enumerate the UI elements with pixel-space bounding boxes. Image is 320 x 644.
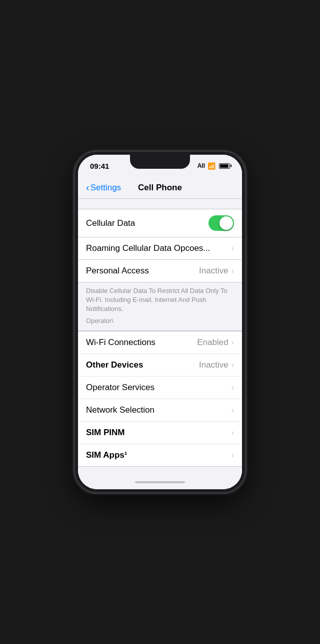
personal-access-row[interactable]: Personal Access Inactive › (78, 260, 242, 282)
wifi-icon: 📶 (208, 162, 216, 170)
other-devices-chevron: › (232, 361, 234, 370)
roaming-group: Roaming Cellular Data Opcoes... › (78, 237, 242, 260)
description-text: Disable Cellular Data To Restrict All Da… (86, 286, 234, 314)
wifi-connections-status: Enabled (197, 338, 228, 348)
network-selection-label: Network Selection (86, 405, 154, 415)
battery-icon (219, 163, 230, 169)
network-selection-chevron: › (232, 406, 234, 415)
toggle-knob (220, 216, 233, 230)
cellular-data-toggle[interactable] (208, 215, 234, 231)
operator-services-chevron: › (232, 383, 234, 392)
status-time: 09:41 (90, 162, 109, 170)
back-arrow-icon: ‹ (86, 182, 90, 193)
wifi-connections-row[interactable]: Wi-Fi Connections Enabled › (78, 332, 242, 354)
sim-apps-row[interactable]: SIM Apps¹ › (78, 444, 242, 466)
phone-screen: 09:41 All 📶 ‹ Settings Cell Phone (78, 155, 242, 489)
back-label: Settings (90, 183, 121, 193)
operator-services-right: › (232, 383, 234, 392)
sim-pin-row[interactable]: SIM PINM › (78, 422, 242, 444)
status-icons: All 📶 (198, 162, 230, 170)
content-area: Cellular Data Roaming Cellular Data Opco… (78, 199, 242, 475)
personal-access-chevron: › (232, 266, 234, 275)
cellular-data-row[interactable]: Cellular Data (78, 209, 242, 237)
roaming-row[interactable]: Roaming Cellular Data Opcoes... › (78, 237, 242, 259)
carrier-label: All (198, 162, 205, 169)
operator-services-label: Operator Services (86, 383, 154, 393)
roaming-chevron: › (232, 244, 234, 253)
roaming-label: Roaming Cellular Data Opcoes... (86, 243, 210, 253)
operator-services-row[interactable]: Operator Services › (78, 377, 242, 399)
main-settings-group: Wi-Fi Connections Enabled › Other Device… (78, 331, 242, 467)
other-devices-status: Inactive (199, 360, 228, 370)
mid-spacer (78, 467, 242, 475)
notch (130, 155, 190, 169)
sim-apps-chevron: › (232, 451, 234, 460)
other-devices-right: Inactive › (199, 360, 234, 370)
personal-access-right: Inactive › (199, 266, 234, 276)
sim-pin-label: SIM PINM (86, 428, 124, 438)
status-bar: 09:41 All 📶 (78, 155, 242, 177)
sim-apps-right: › (232, 451, 234, 460)
other-devices-label: Other Devices (86, 360, 143, 370)
cellular-data-label: Cellular Data (86, 218, 135, 228)
home-indicator (78, 475, 242, 489)
personal-access-label: Personal Access (86, 266, 149, 276)
network-selection-right: › (232, 406, 234, 415)
battery-fill (220, 164, 228, 168)
phone-frame: 09:41 All 📶 ‹ Settings Cell Phone (75, 152, 245, 492)
sim-pin-chevron: › (232, 428, 234, 437)
back-button[interactable]: ‹ Settings (86, 182, 121, 193)
page-title: Cell Phone (138, 183, 182, 193)
other-devices-row[interactable]: Other Devices Inactive › (78, 354, 242, 377)
roaming-right: › (232, 244, 234, 253)
wifi-connections-chevron: › (232, 338, 234, 347)
personal-access-group: Personal Access Inactive › (78, 260, 242, 282)
sim-pin-right: › (232, 428, 234, 437)
cellular-data-group: Cellular Data (78, 209, 242, 237)
description-box: Disable Cellular Data To Restrict All Da… (78, 282, 242, 331)
wifi-connections-label: Wi-Fi Connections (86, 338, 156, 348)
home-bar (135, 481, 185, 483)
wifi-connections-right: Enabled › (197, 338, 234, 348)
network-selection-row[interactable]: Network Selection › (78, 399, 242, 422)
nav-bar: ‹ Settings Cell Phone (78, 177, 242, 199)
operator-label: Operator\ (86, 317, 234, 325)
personal-access-status: Inactive (199, 266, 228, 276)
sim-apps-label: SIM Apps¹ (86, 450, 127, 460)
top-spacer (78, 199, 242, 209)
